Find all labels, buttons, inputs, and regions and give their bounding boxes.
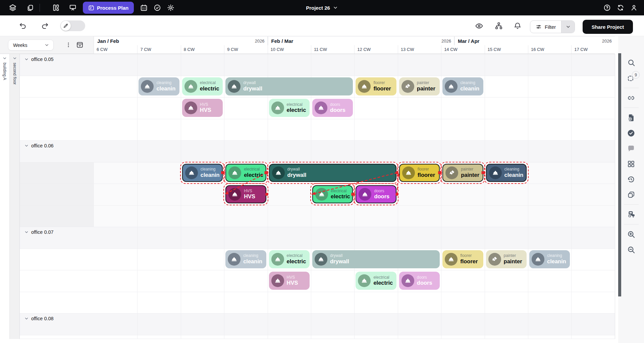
task-title: cleanin bbox=[460, 85, 479, 92]
file-import-icon[interactable] bbox=[618, 110, 644, 125]
task-trade-label: cleaning bbox=[201, 167, 220, 172]
task-title: painter bbox=[461, 172, 479, 178]
hierarchy-icon[interactable] bbox=[493, 20, 504, 31]
task-bar-floorer[interactable]: floorerfloorer bbox=[442, 250, 483, 268]
task-bar-cleaning[interactable]: cleaningcleanin bbox=[529, 250, 570, 268]
task-bar-cleaning[interactable]: cleaningcleanin bbox=[182, 164, 223, 182]
task-bar-cleaning[interactable]: cleaningcleanin bbox=[442, 77, 483, 95]
task-title: cleanin bbox=[547, 258, 566, 265]
task-trade-label: doors bbox=[330, 102, 345, 107]
task-trade-label: floorer bbox=[460, 254, 478, 258]
grid-icon[interactable] bbox=[618, 156, 644, 172]
task-bar-cleaning[interactable]: cleaningcleanin bbox=[486, 164, 527, 182]
task-bar-electrical[interactable]: electricalelectric bbox=[356, 272, 396, 290]
week-label: 17 CW bbox=[571, 45, 614, 54]
task-bar-cleaning[interactable]: cleaningcleanin bbox=[139, 77, 179, 95]
row-gridline bbox=[20, 292, 615, 292]
link-icon[interactable] bbox=[618, 90, 644, 106]
task-bar-painter[interactable]: painterpainter bbox=[486, 250, 527, 268]
layers-logo-icon[interactable] bbox=[6, 1, 19, 14]
week-label: 15 CW bbox=[485, 45, 528, 54]
calendar-icon[interactable] bbox=[137, 1, 151, 14]
bell-icon[interactable] bbox=[512, 20, 523, 31]
group-toggle[interactable]: office 0.07 bbox=[24, 229, 54, 235]
top-navbar: Process Plan Project 26 bbox=[0, 0, 644, 15]
check-circle-icon[interactable] bbox=[151, 1, 164, 14]
building-strip[interactable]: building A bbox=[0, 54, 10, 339]
zoom-out-icon[interactable] bbox=[618, 242, 644, 257]
group-header-band bbox=[20, 54, 615, 76]
worker-avatar bbox=[272, 166, 285, 179]
history-icon[interactable] bbox=[618, 172, 644, 187]
task-bar-doors[interactable]: doorsdoors bbox=[399, 272, 440, 290]
help-icon[interactable] bbox=[600, 1, 614, 14]
task-title: HVS bbox=[287, 280, 298, 286]
selection-count-badge: 9 bbox=[632, 71, 640, 79]
timeline-month-header: Jan / Feb2026Feb / Mar2026Mar / Apr2026 bbox=[94, 36, 615, 45]
worker-avatar bbox=[141, 80, 154, 93]
group-toggle[interactable]: office 0.05 bbox=[24, 57, 54, 62]
comment-icon[interactable] bbox=[618, 141, 644, 156]
zoom-in-icon[interactable] bbox=[618, 226, 644, 242]
edit-pencil-toggle[interactable] bbox=[60, 20, 85, 31]
task-bar-electrical[interactable]: electricalelectric bbox=[182, 77, 223, 95]
task-bar-floorer[interactable]: floorerfloorer bbox=[399, 164, 440, 182]
worker-avatar bbox=[532, 253, 544, 266]
undo-icon[interactable] bbox=[17, 20, 28, 31]
board-icon[interactable] bbox=[49, 1, 63, 14]
filter-dropdown-toggle[interactable] bbox=[561, 21, 575, 33]
group-toggle[interactable]: office 0.06 bbox=[24, 143, 54, 148]
task-bar-drywall[interactable]: drywalldrywall bbox=[269, 164, 396, 182]
task-title: drywall bbox=[287, 172, 307, 178]
worker-avatar bbox=[185, 166, 198, 179]
task-trade-label: cleaning bbox=[547, 254, 566, 258]
sync-icon[interactable] bbox=[614, 1, 627, 14]
task-title: painter bbox=[504, 258, 522, 265]
copy-icon[interactable] bbox=[23, 1, 37, 14]
task-bar-electrical[interactable]: electricalelectric bbox=[269, 250, 310, 268]
kebab-menu-icon[interactable] bbox=[63, 40, 74, 50]
week-gridline bbox=[137, 54, 138, 339]
presentation-icon[interactable] bbox=[66, 1, 79, 14]
process-plan-button[interactable]: Process Plan bbox=[83, 2, 134, 14]
collapse-panel-icon[interactable] bbox=[74, 40, 85, 50]
task-bar-HVS[interactable]: HVSHVS bbox=[225, 185, 266, 203]
task-trade-label: drywall bbox=[330, 254, 349, 258]
search-icon[interactable] bbox=[618, 55, 644, 70]
worker-avatar bbox=[445, 166, 458, 179]
train-add-icon[interactable] bbox=[618, 207, 644, 222]
copies-icon[interactable] bbox=[618, 187, 644, 202]
share-project-button[interactable]: Share Project bbox=[583, 20, 633, 34]
task-bar-electrical[interactable]: electricalelectric bbox=[225, 164, 266, 182]
group-toggle[interactable]: office 0.08 bbox=[24, 316, 54, 321]
view-mode-select[interactable]: Weeks bbox=[8, 40, 54, 51]
worker-avatar bbox=[358, 80, 371, 93]
task-bar-HVS[interactable]: HVSHVS bbox=[182, 99, 223, 117]
task-bar-drywall[interactable]: drywalldrywall bbox=[312, 250, 440, 268]
task-trade-label: electrical bbox=[244, 167, 263, 172]
task-bar-electrical[interactable]: electricalelectric bbox=[312, 185, 353, 203]
task-bar-cleaning[interactable]: cleaningcleanin bbox=[225, 250, 266, 268]
redo-icon[interactable] bbox=[40, 20, 50, 31]
navbar-divider bbox=[40, 4, 40, 12]
task-bar-painter[interactable]: painterpainter bbox=[399, 77, 440, 95]
task-bar-electrical[interactable]: electricalelectric bbox=[269, 99, 310, 117]
filter-button-main[interactable]: Filter bbox=[530, 21, 561, 33]
week-label: 16 CW bbox=[528, 45, 571, 54]
select-count-icon[interactable]: 9 bbox=[618, 70, 644, 86]
hard-hat-icon bbox=[492, 169, 499, 176]
task-bar-drywall[interactable]: drywalldrywall bbox=[225, 77, 353, 95]
user-icon[interactable] bbox=[627, 1, 641, 14]
sidebar-divider bbox=[624, 108, 639, 108]
view-mode-value: Weeks bbox=[13, 43, 28, 48]
filter-button[interactable]: Filter bbox=[530, 20, 575, 33]
task-bar-doors[interactable]: doorsdoors bbox=[312, 99, 353, 117]
task-bar-HVS[interactable]: HVSHVS bbox=[269, 272, 310, 290]
task-bar-floorer[interactable]: floorerfloorer bbox=[356, 77, 396, 95]
task-bar-doors[interactable]: doorsdoors bbox=[356, 185, 396, 203]
task-bar-painter[interactable]: painterpainter bbox=[442, 164, 483, 182]
floor-strip[interactable]: second floor bbox=[10, 54, 20, 339]
check-circle-icon[interactable] bbox=[618, 125, 644, 141]
eye-icon[interactable] bbox=[474, 20, 484, 31]
settings-gear-icon[interactable] bbox=[164, 1, 177, 14]
